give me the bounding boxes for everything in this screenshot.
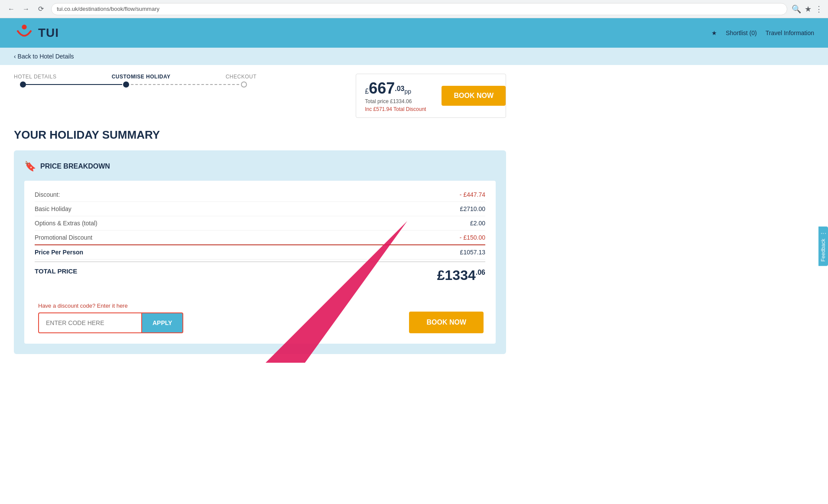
main-content: HOTEL DETAILS CUSTOMISE HOLIDAY CHECKOUT… (0, 65, 520, 363)
forward-icon[interactable]: → (20, 3, 32, 15)
per-person-value: £1057.13 (460, 249, 485, 256)
star-icon: ★ (711, 29, 717, 36)
apply-discount-button[interactable]: APPLY (142, 312, 183, 333)
stepper-track (14, 83, 257, 86)
book-now-header-button[interactable]: BOOK NOW (442, 86, 506, 106)
tui-brand-name: TUI (38, 26, 59, 40)
booking-header: HOTEL DETAILS CUSTOMISE HOLIDAY CHECKOUT… (14, 74, 506, 118)
book-now-bottom-button[interactable]: BOOK NOW (409, 312, 484, 333)
tui-header: TUI ★ Shortlist (0) Travel Information (0, 18, 828, 48)
breakdown-title: 🔖 PRICE BREAKDOWN (24, 161, 496, 172)
feedback-dots-icon: ⋮ (820, 231, 826, 236)
table-row-promo: Promotional Discount - £150.00 (35, 231, 485, 245)
row-label-discount: Discount: (35, 191, 60, 198)
total-cents: .06 (476, 269, 485, 276)
svg-point-0 (22, 25, 26, 29)
total-price-value: £1334.06 (437, 267, 485, 283)
discount-code-input[interactable] (38, 312, 142, 333)
price-book-box: £667.03pp Total price £1334.06 Inc £571.… (356, 74, 506, 118)
row-value-discount: - £447.74 (460, 191, 485, 198)
url-text: tui.co.uk/destinations/book/flow/summary (57, 6, 159, 12)
price-cents: .03 (395, 85, 404, 92)
price-pp: pp (404, 88, 411, 95)
browser-icons[interactable]: 🔍 ★ ⋮ (792, 4, 823, 14)
price-section: £667.03pp Total price £1334.06 Inc £571.… (356, 74, 435, 117)
tag-icon: 🔖 (24, 161, 36, 172)
discount-section: Have a discount code? Enter it here APPL… (36, 302, 185, 333)
address-bar[interactable]: tui.co.uk/destinations/book/flow/summary (51, 3, 787, 15)
row-value-options: £2.00 (470, 220, 485, 227)
stepper-line-dashed (127, 84, 239, 85)
total-row: TOTAL PRICE £1334.06 (35, 261, 485, 287)
shortlist-link[interactable]: Shortlist (0) (726, 29, 757, 36)
table-row: Discount: - £447.74 (35, 188, 485, 202)
search-icon[interactable]: 🔍 (792, 4, 801, 14)
feedback-tab[interactable]: Feedback ⋮ (818, 227, 828, 266)
row-label-basic: Basic Holiday (35, 205, 71, 212)
travel-info-link[interactable]: Travel Information (766, 29, 814, 36)
bookmark-icon[interactable]: ★ (805, 4, 812, 14)
step-hotel-details: HOTEL DETAILS (14, 74, 57, 80)
stepper-dot-1 (20, 81, 26, 88)
stepper: HOTEL DETAILS CUSTOMISE HOLIDAY CHECKOUT (14, 74, 356, 86)
refresh-icon[interactable]: ⟳ (35, 3, 47, 15)
breakdown-title-text: PRICE BREAKDOWN (40, 163, 110, 170)
row-value-basic: £2710.00 (460, 205, 485, 212)
currency-symbol: £ (365, 88, 369, 95)
browser-nav[interactable]: ← → ⟳ (5, 3, 47, 15)
page-title: YOUR HOLIDAY SUMMARY (14, 128, 506, 142)
row-label-options: Options & Extras (total) (35, 220, 97, 227)
discount-code-label: Have a discount code? Enter it here (38, 302, 183, 309)
stepper-dot-2 (123, 81, 129, 88)
browser-chrome: ← → ⟳ tui.co.uk/destinations/book/flow/s… (0, 0, 828, 18)
stepper-dot-3 (241, 81, 247, 88)
back-to-hotel-link[interactable]: Back to Hotel Details (14, 53, 74, 60)
feedback-label: Feedback (820, 239, 826, 262)
price-breakdown-card: 🔖 PRICE BREAKDOWN Discount: - £447.74 Ba… (14, 150, 506, 354)
tui-logo-mark (14, 23, 35, 43)
price-total-label: Total price £1334.06 (365, 98, 426, 104)
sub-header: Back to Hotel Details (0, 48, 828, 65)
discount-and-book-row: Have a discount code? Enter it here APPL… (35, 287, 485, 337)
row-label-promo: Promotional Discount (35, 234, 92, 241)
tui-nav: ★ Shortlist (0) Travel Information (711, 29, 814, 36)
per-person-row: Price Per Person £1057.13 (35, 245, 485, 260)
total-price-label: TOTAL PRICE (35, 267, 77, 283)
breakdown-table: Discount: - £447.74 Basic Holiday £2710.… (24, 181, 496, 344)
back-icon[interactable]: ← (5, 3, 17, 15)
price-main: £667.03pp (365, 79, 426, 98)
row-value-promo: - £150.00 (460, 234, 485, 241)
discount-input-row: APPLY (38, 312, 183, 333)
step-customise: CUSTOMISE HOLIDAY (112, 74, 171, 80)
per-person-label: Price Per Person (35, 249, 83, 256)
stepper-labels: HOTEL DETAILS CUSTOMISE HOLIDAY CHECKOUT (14, 74, 257, 80)
table-row: Basic Holiday £2710.00 (35, 202, 485, 216)
price-big: 667 (369, 79, 395, 97)
step-checkout: CHECKOUT (226, 74, 257, 80)
tui-logo: TUI (14, 23, 59, 43)
stepper-line-filled (23, 84, 122, 85)
table-row: Options & Extras (total) £2.00 (35, 216, 485, 231)
menu-icon[interactable]: ⋮ (815, 4, 823, 14)
total-big: 1334 (445, 267, 476, 283)
price-discount-label: Inc £571.94 Total Discount (365, 106, 426, 112)
